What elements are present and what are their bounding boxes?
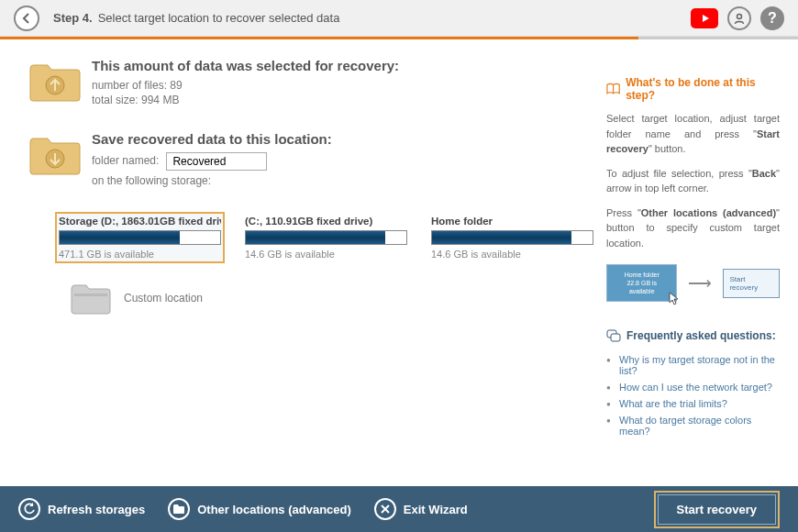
faq-item[interactable]: Why is my target storage not in the list… bbox=[606, 351, 780, 379]
storage-name: Storage (D:, 1863.01GB fixed drive) bbox=[59, 216, 221, 227]
storage-bar bbox=[59, 230, 221, 245]
folder-named-label: folder named: bbox=[92, 154, 159, 167]
hint-storage-card: Home folder 22.8 GB is available bbox=[606, 264, 677, 302]
faq-list: Why is my target storage not in the list… bbox=[606, 351, 780, 439]
storage-available: 14.6 GB is available bbox=[431, 249, 593, 260]
help-icon[interactable]: ? bbox=[760, 6, 784, 30]
storage-option-home[interactable]: Home folder 14.6 GB is available bbox=[427, 212, 597, 263]
close-icon bbox=[374, 498, 396, 520]
storage-name: Home folder bbox=[431, 216, 593, 227]
hint-illustration: Home folder 22.8 GB is available ⟶ Start… bbox=[606, 264, 780, 302]
folder-down-icon bbox=[28, 131, 92, 189]
save-title: Save recovered data to this location: bbox=[92, 131, 597, 147]
storage-available: 471.1 GB is available bbox=[59, 249, 221, 260]
storage-list: Storage (D:, 1863.01GB fixed drive) 471.… bbox=[55, 212, 597, 263]
step-label: Step 4. bbox=[53, 11, 93, 25]
cursor-icon bbox=[669, 292, 680, 306]
save-section: Save recovered data to this location: fo… bbox=[28, 131, 597, 189]
faq-item[interactable]: What are the trial limits? bbox=[606, 395, 780, 412]
faq-item[interactable]: What do target storage colors mean? bbox=[606, 412, 780, 439]
book-icon bbox=[606, 83, 620, 95]
step-title: Select target location to recover select… bbox=[98, 11, 340, 25]
storage-name: (C:, 110.91GB fixed drive) bbox=[245, 216, 407, 227]
custom-folder-icon bbox=[69, 280, 113, 316]
start-recovery-button[interactable]: Start recovery bbox=[654, 491, 780, 528]
storage-option-c[interactable]: (C:, 110.91GB fixed drive) 14.6 GB is av… bbox=[241, 212, 411, 263]
custom-location-label: Custom location bbox=[124, 292, 203, 305]
faq-item[interactable]: How can I use the network target? bbox=[606, 379, 780, 395]
back-button[interactable] bbox=[14, 6, 39, 31]
svg-rect-5 bbox=[611, 334, 620, 341]
youtube-icon[interactable] bbox=[691, 8, 718, 28]
summary-section: This amount of data was selected for rec… bbox=[28, 58, 597, 108]
exit-wizard-button[interactable]: Exit Wizard bbox=[374, 498, 468, 520]
help-p3: Press "Other locations (advanced)" butto… bbox=[606, 205, 780, 251]
header: Step 4. Select target location to recove… bbox=[0, 0, 798, 37]
faq-icon bbox=[606, 329, 621, 342]
footer: Refresh storages Other locations (advanc… bbox=[0, 486, 798, 532]
storage-label: on the following storage: bbox=[92, 174, 597, 187]
folder-up-icon bbox=[28, 58, 92, 108]
files-count: number of files: 89 bbox=[92, 79, 597, 92]
refresh-icon bbox=[18, 498, 40, 520]
other-locations-button[interactable]: Other locations (advanced) bbox=[168, 498, 351, 520]
help-heading: What's to be done at this step? bbox=[606, 76, 780, 102]
faq-heading: Frequently asked questions: bbox=[606, 329, 780, 342]
arrow-right-icon: ⟶ bbox=[688, 273, 712, 294]
help-p1: Select target location, adjust target fo… bbox=[606, 111, 780, 157]
folder-name-input[interactable] bbox=[166, 152, 267, 171]
help-p2: To adjust file selection, press "Back" a… bbox=[606, 166, 780, 196]
svg-point-0 bbox=[737, 14, 742, 18]
folder-icon bbox=[168, 498, 190, 520]
total-size: total size: 994 MB bbox=[92, 94, 597, 106]
help-panel: What's to be done at this step? Select t… bbox=[597, 58, 798, 486]
summary-title: This amount of data was selected for rec… bbox=[92, 58, 597, 73]
storage-option-d[interactable]: Storage (D:, 1863.01GB fixed drive) 471.… bbox=[55, 212, 225, 263]
refresh-storages-button[interactable]: Refresh storages bbox=[18, 498, 145, 520]
storage-bar bbox=[431, 230, 593, 245]
custom-location-option[interactable]: Custom location bbox=[69, 280, 597, 316]
user-icon[interactable] bbox=[727, 6, 751, 30]
storage-bar bbox=[245, 230, 407, 245]
hint-start-button: Start recovery bbox=[723, 269, 780, 298]
svg-rect-3 bbox=[74, 294, 107, 296]
storage-available: 14.6 GB is available bbox=[245, 249, 407, 260]
